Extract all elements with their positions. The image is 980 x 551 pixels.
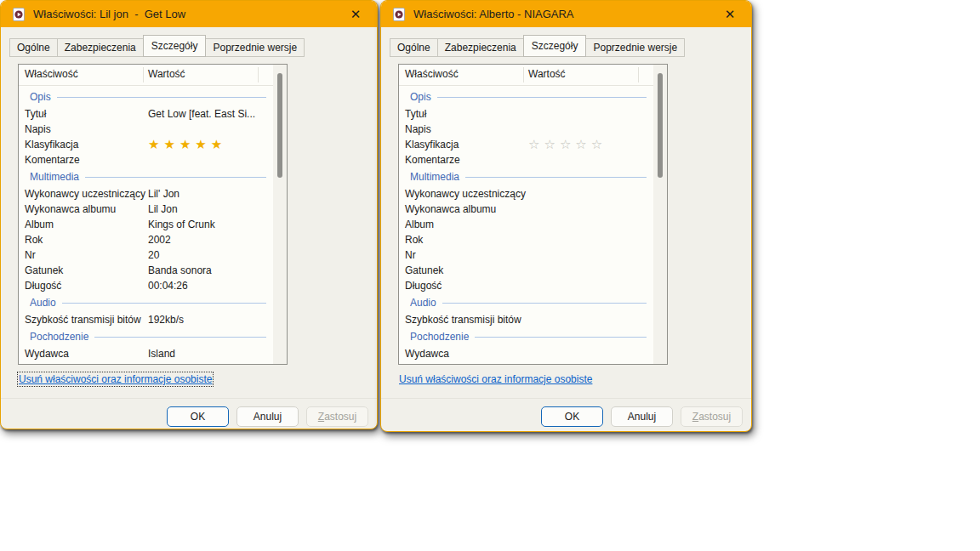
property-row[interactable]: Rok 2002 [19,232,272,247]
property-row[interactable]: Komentarze [399,152,652,168]
property-row[interactable]: Album [399,217,652,232]
ok-button[interactable]: OK [167,406,229,427]
property-row[interactable]: Wydawca Island [19,346,272,361]
scrollbar-thumb[interactable] [277,73,282,178]
cancel-button-label: Anuluj [612,411,672,423]
property-value[interactable]: Banda sonora [148,263,272,278]
property-value[interactable] [148,152,272,168]
property-label: Napis [19,122,148,137]
property-row[interactable]: Wydawca [399,346,652,361]
property-label: Wydawca [399,346,528,361]
star-empty-icon[interactable]: ☆ [560,138,571,151]
property-value[interactable] [528,263,652,278]
tab-szczegóły[interactable]: Szczegóły [143,35,207,57]
property-value[interactable]: Island [148,346,272,361]
section-heading: Multimedia [30,171,79,183]
property-row[interactable]: Wykonawca albumu Lil Jon [19,202,272,217]
scrollbar[interactable] [273,65,287,364]
remove-properties-link[interactable]: Usuń właściwości oraz informacje osobist… [399,373,592,385]
property-row[interactable]: Rok [399,232,652,247]
star-filled-icon[interactable]: ★ [148,138,159,151]
star-empty-icon[interactable]: ☆ [528,138,539,151]
property-row[interactable]: Napis [399,122,652,137]
property-row[interactable]: Nr [399,247,652,263]
property-label: Klasyfikacja [19,137,148,152]
section-row: Opis [19,88,272,106]
property-value[interactable] [528,217,652,232]
section-row: Opis [399,88,652,106]
column-divider [258,67,259,82]
window-title: Właściwości: Lil jon - Get Low [33,8,341,20]
property-row[interactable]: Komentarze [19,152,272,168]
rating-row[interactable]: Klasyfikacja ☆☆☆☆☆ [399,137,652,152]
property-value[interactable] [528,312,652,327]
property-value[interactable] [528,247,652,263]
property-value[interactable]: 20 [148,247,272,263]
titlebar[interactable]: Właściwości: Lil jon - Get Low ✕ [1,1,377,27]
property-row[interactable]: Tytuł [399,106,652,122]
properties-dialog: Właściwości: Lil jon - Get Low ✕ OgólneZ… [0,0,378,429]
property-value[interactable]: Lil' Jon [148,186,272,202]
property-row[interactable]: Szybkość transmisji bitów 192kb/s [19,312,272,327]
property-row[interactable]: Album Kings of Crunk [19,217,272,232]
section-row: Multimedia [19,168,272,186]
apply-button[interactable]: Zastosuj [681,406,743,427]
scrollbar[interactable] [653,65,667,364]
property-row[interactable]: Długość 00:04:26 [19,278,272,293]
property-value[interactable] [528,122,652,137]
property-value[interactable]: 2002 [148,232,272,247]
property-value[interactable]: Lil Jon [148,202,272,217]
star-filled-icon[interactable]: ★ [211,138,222,151]
property-value[interactable]: Get Low [feat. East Si... [148,106,272,122]
property-row[interactable]: Wykonawcy uczestniczący Lil' Jon [19,186,272,202]
star-filled-icon[interactable]: ★ [163,138,174,151]
rating-stars[interactable]: ☆☆☆☆☆ [528,137,652,152]
star-empty-icon[interactable]: ☆ [591,138,602,151]
property-value[interactable] [528,278,652,293]
section-divider-line [62,303,266,304]
cancel-button[interactable]: Anuluj [611,406,673,427]
property-value[interactable]: 00:04:26 [148,278,272,293]
desktop-background: Właściwości: Lil jon - Get Low ✕ OgólneZ… [0,0,980,551]
property-value[interactable]: 192kb/s [148,312,272,327]
property-row[interactable]: Długość [399,278,652,293]
property-value[interactable] [528,106,652,122]
property-value[interactable] [528,346,652,361]
star-filled-icon[interactable]: ★ [195,138,206,151]
star-empty-icon[interactable]: ☆ [575,138,586,151]
property-value[interactable] [528,232,652,247]
property-row[interactable]: Nr 20 [19,247,272,263]
property-row[interactable]: Gatunek [399,263,652,278]
star-empty-icon[interactable]: ☆ [544,138,555,151]
star-filled-icon[interactable]: ★ [179,138,191,151]
property-row[interactable]: Gatunek Banda sonora [19,263,272,278]
property-value[interactable] [528,186,652,202]
properties-dialog: Właściwości: Alberto - NIAGARA ✕ OgólneZ… [380,0,752,432]
cancel-button[interactable]: Anuluj [236,406,299,427]
close-icon[interactable]: ✕ [715,1,744,27]
property-row[interactable]: Szybkość transmisji bitów [399,312,652,327]
titlebar[interactable]: Właściwości: Alberto - NIAGARA ✕ [381,1,751,27]
property-value[interactable] [148,122,272,137]
details-tab-page: Właściwość Wartość Opis Tytuł Napis Klas… [381,54,751,431]
property-value[interactable] [528,152,652,168]
property-row[interactable]: Wykonawca albumu [399,202,652,217]
section-heading: Audio [410,297,436,309]
scrollbar-thumb[interactable] [658,73,663,178]
property-value[interactable] [528,202,652,217]
column-header-value: Wartość [148,68,185,80]
remove-properties-link[interactable]: Usuń właściwości oraz informacje osobist… [19,373,212,385]
tab-label: Zabezpieczenia [445,42,516,54]
property-row[interactable]: Wykonawcy uczestniczący [399,186,652,202]
rating-stars[interactable]: ★★★★★ [148,137,272,152]
property-row[interactable]: Napis [19,122,272,137]
close-icon[interactable]: ✕ [341,1,370,27]
tab-szczegóły[interactable]: Szczegóły [523,35,587,57]
ok-button[interactable]: OK [541,406,603,427]
media-file-icon [12,8,26,21]
property-row[interactable]: Tytuł Get Low [feat. East Si... [19,106,272,122]
apply-button[interactable]: Zastosuj [306,406,368,427]
apply-button-label: Zastosuj [681,411,742,423]
property-value[interactable]: Kings of Crunk [148,217,272,232]
rating-row[interactable]: Klasyfikacja ★★★★★ [19,137,272,152]
